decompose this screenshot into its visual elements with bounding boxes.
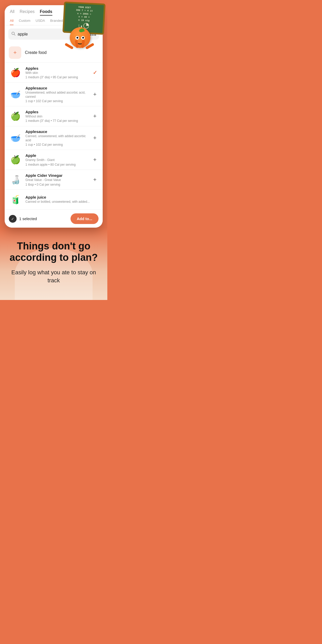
svg-line-6 [14,34,15,35]
headline: Things don't go according to plan? [8,241,100,263]
list-item[interactable]: 🥣 Applesauce Unsweetened, without added … [5,83,103,106]
food-info-apples-skin: Apples With skin 1 medium (3" dia) • 95 … [25,66,88,79]
food-calories: 1 medium (3" dia) • 95 Cal per serving [25,75,88,79]
food-add-button[interactable]: + [91,91,99,98]
list-item[interactable]: 🍶 Apple Cider Vinegar Great Value - Grea… [5,170,103,190]
bottom-section: Things don't go according to plan? Easil… [0,228,107,300]
food-add-button[interactable]: + [91,113,99,120]
list-item[interactable]: 🍎 Apples With skin 1 medium (3" dia) • 9… [5,63,103,83]
create-food-plus-icon: + [13,49,17,56]
food-calories: 1 cup • 102 Cal per serving [25,99,88,103]
food-subtitle: With skin [25,71,88,75]
food-name: Applesauce [25,129,88,134]
food-info-applesauce-2: Applesauce Canned, unsweetened, with add… [25,129,88,146]
search-icon [11,32,16,37]
food-name: Apple juice [25,195,99,199]
food-image-apple-juice: 🧃 [9,193,22,206]
food-subtitle: Granny Smith - Giant [25,158,88,162]
food-image-apples-noskin: 🍏 [9,109,22,123]
tab-foods[interactable]: Foods [40,9,52,16]
add-to-button[interactable]: Add to... [71,213,99,224]
food-list: + Create food 🍎 Apples With skin 1 mediu… [5,43,103,209]
food-add-button[interactable]: + [91,156,99,163]
food-calories: 1 medium (3" dia) • 77 Cal per serving [25,119,88,123]
food-subtitle: Canned or bottled, unsweetened, with add… [25,200,99,204]
food-info-apple-juice: Apple juice Canned or bottled, unsweeten… [25,195,99,205]
food-select-checkmark[interactable]: ✓ [91,69,99,76]
food-calories: 1 cup • 102 Cal per serving [25,143,88,146]
selected-check-icon: ✓ [9,215,17,223]
food-subtitle: Canned, unsweetened, with added ascorbic… [25,134,88,142]
mascot-character [67,23,93,54]
tab-all[interactable]: All [10,9,15,16]
list-item[interactable]: 🍏 Apples Without skin 1 medium (3" dia) … [5,106,103,126]
list-item[interactable]: 🥣 Applesauce Canned, unsweetened, with a… [5,126,103,150]
create-food-icon-box: + [9,46,21,59]
food-subtitle: Unsweetened, without added ascorbic acid… [25,91,88,99]
top-section: YOUR DIET 300 7 ÷ 4 it x = 2055 ÷ x = 40… [0,0,107,228]
food-subtitle: Great Value - Great Value [25,178,88,182]
food-image-apple-granny: 🍏 [9,153,22,166]
food-add-button[interactable]: + [91,176,99,183]
food-calories: 1 tbsp • 0 Cal per serving [25,183,88,186]
filter-tab-custom[interactable]: Custom [19,19,30,25]
list-item[interactable]: 🧃 Apple juice Canned or bottled, unsweet… [5,190,103,209]
food-name: Apple Cider Vinegar [25,173,88,178]
tab-recipes[interactable]: Recipes [20,9,35,16]
food-add-button[interactable]: + [91,134,99,142]
list-item[interactable]: 🍏 Apple Granny Smith - Giant 1 medium ap… [5,150,103,170]
filter-tab-usda[interactable]: USDA [36,19,45,25]
food-name: Applesauce [25,86,88,90]
food-image-apples-skin: 🍎 [9,66,22,79]
food-name: Apples [25,66,88,71]
bottom-bar: ✓ 1 selected Add to... [5,209,103,228]
subheadline: Easily log what you ate to stay on track [8,269,100,285]
food-image-applesauce-2: 🥣 [9,131,22,145]
food-image-applesauce-1: 🥣 [9,88,22,101]
mascot-area: YOUR DIET 300 7 ÷ 4 it x = 2055 ÷ x = 40… [55,0,107,47]
create-food-label: Create food [25,50,47,55]
food-subtitle: Without skin [25,115,88,119]
selected-indicator: ✓ 1 selected [9,215,71,223]
food-info-apple-cider: Apple Cider Vinegar Great Value - Great … [25,173,88,186]
food-info-applesauce-1: Applesauce Unsweetened, without added as… [25,86,88,103]
food-info-apples-noskin: Apples Without skin 1 medium (3" dia) • … [25,110,88,123]
filter-tab-all[interactable]: All [10,19,13,25]
food-name: Apples [25,110,88,114]
food-calories: 1 medium apple • 80 Cal per serving [25,163,88,166]
food-name: Apple [25,153,88,158]
food-info-apple-granny: Apple Granny Smith - Giant 1 medium appl… [25,153,88,166]
selected-count-label: 1 selected [19,216,37,221]
food-image-apple-cider: 🍶 [9,173,22,186]
